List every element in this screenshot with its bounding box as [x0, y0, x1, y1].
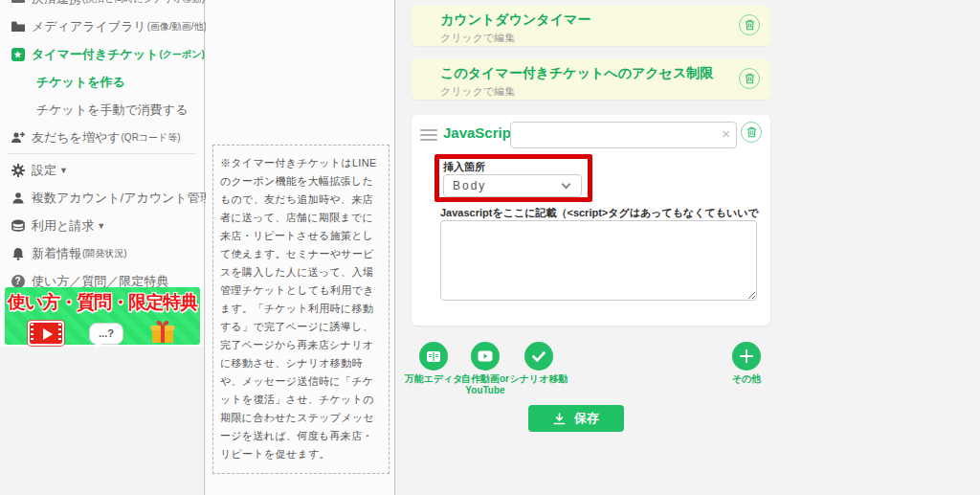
- block-title: JavaScript: [443, 124, 516, 141]
- sidebar-item-add-friends[interactable]: 友だちを増やす(QRコード等): [0, 124, 204, 151]
- card-subtitle: クリックで編集: [440, 84, 770, 99]
- editor-icon: [419, 342, 448, 371]
- card-subtitle: クリックで編集: [440, 31, 770, 45]
- trash-icon: [746, 126, 757, 138]
- video-play-icon: [28, 321, 64, 346]
- toolbar-other[interactable]: その他: [708, 342, 785, 385]
- sidebar-bottom-area: [0, 347, 204, 495]
- card-icon: [11, 0, 25, 6]
- delete-button[interactable]: [741, 122, 762, 143]
- toolbar-scenario-move[interactable]: シナリオ移動: [501, 342, 577, 385]
- delete-button[interactable]: [739, 68, 760, 89]
- sidebar-item-label: 複数アカウント/アカウント管理: [32, 190, 212, 207]
- person-icon: [11, 191, 25, 205]
- person-plus-icon: [11, 130, 25, 145]
- delete-button[interactable]: [739, 14, 760, 35]
- sidebar-item-label: 決済連携: [32, 0, 81, 8]
- block-name-field-wrap: ×: [510, 122, 737, 148]
- select-value: Body: [444, 179, 563, 192]
- banner-icons: ...?: [28, 318, 177, 349]
- block-name-input[interactable]: [510, 122, 737, 148]
- sidebar-item-label: 新着情報: [32, 245, 81, 262]
- card-title: カウントダウンタイマー: [440, 11, 770, 29]
- sidebar-item-label: 利用と請求: [32, 217, 94, 235]
- coins-icon: [11, 218, 25, 233]
- gift-icon: [148, 318, 177, 349]
- javascript-block-card: JavaScript × 挿入箇所 Body Javascriptをここに記載（…: [412, 115, 770, 326]
- insert-location-select[interactable]: Body: [443, 174, 582, 197]
- youtube-icon: [471, 342, 500, 371]
- sidebar-item-timer-ticket[interactable]: ★ タイマー付きチケット(クーポン)▼: [0, 40, 204, 68]
- sidebar-item-consume-ticket[interactable]: チケットを手動で消費する: [0, 96, 204, 124]
- sidebar-item-media-library[interactable]: メディアライブラリ(画像/動画/他): [0, 12, 204, 40]
- sidebar-divider: [8, 153, 196, 154]
- sidebar-item-label: 設定: [32, 162, 56, 179]
- help-promo-banner[interactable]: 使い方・質問・限定特典 ...?: [5, 287, 200, 345]
- sidebar-item-news[interactable]: 新着情報(開発状況): [0, 239, 204, 267]
- sidebar-item-label: タイマー付きチケット: [32, 46, 158, 63]
- sidebar-item-label: 友だちを増やす: [32, 129, 121, 146]
- drag-handle-icon[interactable]: [420, 129, 437, 144]
- trash-icon: [745, 19, 755, 31]
- sidebar-item-create-ticket[interactable]: チケットを作る: [0, 68, 204, 96]
- description-column: ※タイマー付きチケットはLINEのクーポン機能を大幅拡張したもので、友だち追加時…: [206, 0, 395, 495]
- banner-title: 使い方・質問・限定特典: [8, 290, 197, 315]
- bell-icon: [11, 246, 25, 260]
- sidebar: 決済連携(決済と同時にシナリオ移動)▼ メディアライブラリ(画像/動画/他) ★…: [0, 0, 205, 495]
- javascript-code-textarea[interactable]: [440, 220, 757, 301]
- sidebar-item-payment[interactable]: 決済連携(決済と同時にシナリオ移動)▼: [0, 0, 204, 12]
- save-button[interactable]: 保存: [528, 405, 624, 432]
- ticket-icon: ★: [11, 47, 25, 61]
- main-panel: カウントダウンタイマー クリックで編集 このタイマー付きチケットへのアクセス制限…: [396, 0, 980, 495]
- sidebar-item-label: メディアライブラリ: [32, 18, 146, 35]
- download-icon: [553, 413, 566, 425]
- question-icon: ?: [11, 274, 25, 288]
- card-title: このタイマー付きチケットへのアクセス制限: [440, 65, 770, 82]
- clear-input-icon[interactable]: ×: [722, 125, 730, 142]
- save-label: 保存: [574, 410, 599, 427]
- timer-ticket-description: ※タイマー付きチケットはLINEのクーポン機能を大幅拡張したもので、友だち追加時…: [212, 145, 390, 474]
- folder-icon: [11, 19, 25, 34]
- gear-icon: [11, 163, 25, 177]
- sidebar-item-label: チケットを手動で消費する: [36, 101, 188, 119]
- sidebar-item-billing[interactable]: 利用と請求▼: [0, 212, 204, 239]
- sidebar-item-settings[interactable]: 設定▼: [0, 156, 204, 184]
- countdown-timer-card[interactable]: カウントダウンタイマー クリックで編集: [412, 5, 770, 46]
- sidebar-item-label: チケットを作る: [36, 74, 125, 91]
- access-restriction-card[interactable]: このタイマー付きチケットへのアクセス制限 クリックで編集: [412, 58, 770, 100]
- chat-question-icon: ...?: [89, 323, 123, 345]
- app-window: 決済連携(決済と同時にシナリオ移動)▼ メディアライブラリ(画像/動画/他) ★…: [0, 0, 980, 495]
- check-icon: [524, 342, 553, 371]
- sidebar-menu: 決済連携(決済と同時にシナリオ移動)▼ メディアライブラリ(画像/動画/他) ★…: [0, 0, 204, 295]
- trash-icon: [745, 73, 755, 84]
- insert-location-label: 挿入箇所: [443, 160, 485, 174]
- chevron-down-icon: [562, 180, 571, 190]
- sidebar-item-accounts[interactable]: 複数アカウント/アカウント管理: [0, 184, 204, 212]
- plus-icon: [732, 342, 761, 371]
